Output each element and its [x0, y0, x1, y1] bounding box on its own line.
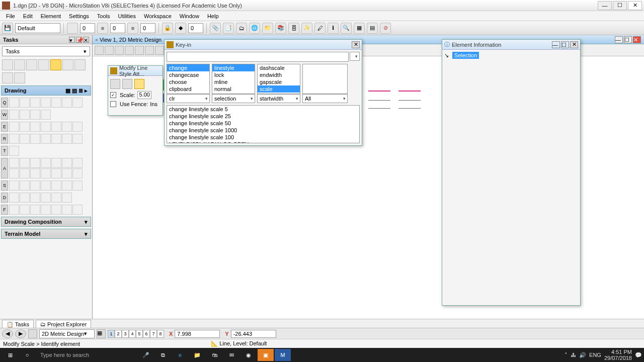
- grid-icon[interactable]: ▦: [354, 23, 365, 34]
- view-display-icon[interactable]: [105, 46, 114, 55]
- taskbar-search[interactable]: Type here to search: [36, 352, 137, 358]
- fit-view-icon[interactable]: [145, 46, 154, 55]
- elinfo-close-button[interactable]: ✕: [570, 41, 578, 48]
- minimize-button[interactable]: —: [598, 1, 612, 10]
- level-select[interactable]: Default: [15, 23, 60, 33]
- close-button[interactable]: ✕: [628, 1, 642, 10]
- view-tool[interactable]: [38, 59, 49, 70]
- explorer-icon[interactable]: 📁: [189, 349, 205, 361]
- save-icon[interactable]: 💾: [2, 23, 13, 34]
- globe-icon[interactable]: 🌐: [249, 23, 260, 34]
- terrain-model-header[interactable]: Terrain Model▾: [1, 229, 91, 239]
- info-icon[interactable]: ℹ: [328, 23, 339, 34]
- notification-icon[interactable]: 💬: [635, 352, 642, 358]
- keyin-col3-combo[interactable]: startwidth: [257, 94, 300, 103]
- keyin-col1-list[interactable]: change changecase choose clipboard close: [167, 64, 210, 94]
- view-attributes-icon[interactable]: [95, 46, 104, 55]
- menu-utilities[interactable]: Utilities: [114, 12, 140, 20]
- nav-tool-icon[interactable]: [28, 329, 37, 338]
- tray-clock[interactable]: 4:51 PM 29/07/2018: [604, 349, 632, 361]
- selection-node[interactable]: Selection: [452, 52, 479, 59]
- weight-num[interactable]: 0: [110, 23, 125, 33]
- store-icon[interactable]: 🛍: [206, 349, 222, 361]
- menu-settings[interactable]: Settings: [65, 12, 93, 20]
- model-icon[interactable]: 🗂: [236, 23, 247, 34]
- fill-icon[interactable]: ◆: [175, 23, 186, 34]
- keyin-col4-combo[interactable]: All: [302, 94, 348, 103]
- folder-icon[interactable]: 📁: [262, 23, 273, 34]
- keyin-col2-list[interactable]: linestyle lock mline normal priority: [212, 64, 255, 94]
- place-line-tool[interactable]: [9, 98, 19, 108]
- tray-up-icon[interactable]: ˄: [565, 352, 568, 358]
- drawing-section-header[interactable]: Drawing ▦ ▤ ≣ ▸: [1, 85, 91, 96]
- lock-icon[interactable]: 🔒: [162, 23, 173, 34]
- menu-workspace[interactable]: Workspace: [140, 12, 176, 20]
- tray-network-icon[interactable]: 🖧: [571, 352, 576, 358]
- linetype-icon[interactable]: ≡: [127, 23, 138, 34]
- app1-icon[interactable]: ▣: [258, 349, 274, 361]
- keyin-col3-list[interactable]: dashscale endwidth gapscale scale shift: [257, 64, 300, 94]
- microstation-taskbar-icon[interactable]: M: [275, 349, 291, 361]
- find-icon[interactable]: 🔍: [341, 23, 352, 34]
- chrome-icon[interactable]: ◉: [240, 349, 257, 361]
- tray-lang[interactable]: ENG: [589, 352, 601, 358]
- views-icon[interactable]: ▦: [97, 329, 106, 338]
- table-icon[interactable]: ▤: [367, 23, 378, 34]
- tasks-close-icon[interactable]: ✕: [83, 37, 89, 43]
- design-combo[interactable]: 2D Metric Design ▾: [39, 329, 95, 338]
- maximize-button[interactable]: ☐: [613, 1, 627, 10]
- groups-tool[interactable]: [62, 59, 73, 70]
- edge-icon[interactable]: e: [172, 349, 188, 361]
- keyin-history-list[interactable]: change linestyle scale 5 change linestyl…: [167, 105, 360, 143]
- zoom-out-icon[interactable]: [135, 46, 144, 55]
- keyin-col1-combo[interactable]: clr: [167, 94, 210, 103]
- zoom-in-icon[interactable]: [125, 46, 134, 55]
- menu-help[interactable]: Help: [203, 12, 223, 20]
- manipulate-tool[interactable]: [26, 59, 37, 70]
- tasks-combo[interactable]: Tasks▾: [2, 46, 90, 56]
- view-maximize-button[interactable]: ☐: [624, 36, 632, 43]
- tasks-pin-icon[interactable]: 📌: [76, 37, 82, 43]
- element-info-tree[interactable]: ↘ Selection: [442, 50, 580, 61]
- menu-window[interactable]: Window: [176, 12, 203, 20]
- zoom-icon[interactable]: [115, 46, 124, 55]
- wand-icon[interactable]: 🖊: [314, 23, 326, 34]
- weight-icon[interactable]: ≡: [97, 23, 108, 34]
- keyin-close-button[interactable]: ✕: [352, 41, 360, 48]
- scale-checkbox[interactable]: [110, 92, 116, 98]
- nav-back-button[interactable]: ◀: [2, 329, 13, 338]
- mic-icon[interactable]: 🎤: [138, 349, 154, 361]
- tasks-dropdown-icon[interactable]: ▾: [69, 37, 75, 43]
- keyin-history-dropdown[interactable]: [350, 52, 360, 61]
- x-coord-input[interactable]: 7.998: [175, 330, 220, 338]
- menu-file[interactable]: File: [2, 12, 19, 20]
- cortana-icon[interactable]: ○: [19, 349, 35, 361]
- spark-icon[interactable]: ✨: [301, 23, 312, 34]
- style-icon[interactable]: 🗄: [288, 23, 299, 34]
- menu-edit[interactable]: Edit: [19, 12, 37, 20]
- rotate-icon[interactable]: [155, 46, 164, 55]
- keyin-col2-combo[interactable]: selection: [212, 94, 255, 103]
- keyin-input[interactable]: [167, 52, 349, 62]
- measure-tool[interactable]: [14, 72, 25, 83]
- linestyle-num[interactable]: 0: [80, 23, 95, 33]
- keyin-col4-list[interactable]: [302, 64, 348, 94]
- attach-icon[interactable]: 📎: [210, 23, 221, 34]
- task-view-icon[interactable]: ⧉: [155, 349, 171, 361]
- fence-tool[interactable]: [14, 59, 25, 70]
- tray-volume-icon[interactable]: 🔊: [579, 352, 586, 358]
- nav-fwd-button[interactable]: ▶: [15, 329, 26, 338]
- fill-num[interactable]: 0: [188, 23, 203, 33]
- view-close-button[interactable]: ✕: [633, 36, 641, 43]
- menu-tools[interactable]: Tools: [93, 12, 114, 20]
- elinfo-maximize-button[interactable]: ☐: [561, 41, 569, 48]
- menu-element[interactable]: Element: [37, 12, 65, 20]
- start-button[interactable]: ⊞: [2, 349, 18, 361]
- tab-project-explorer[interactable]: 🗂 Project Explorer: [36, 320, 91, 328]
- delete-tool[interactable]: [2, 72, 13, 83]
- modify-tool[interactable]: [74, 59, 86, 70]
- color-picker-icon[interactable]: [67, 23, 78, 34]
- y-coord-input[interactable]: -26.443: [231, 330, 276, 338]
- tab-tasks[interactable]: 📋 Tasks: [2, 320, 34, 329]
- mail-icon[interactable]: ✉: [223, 349, 239, 361]
